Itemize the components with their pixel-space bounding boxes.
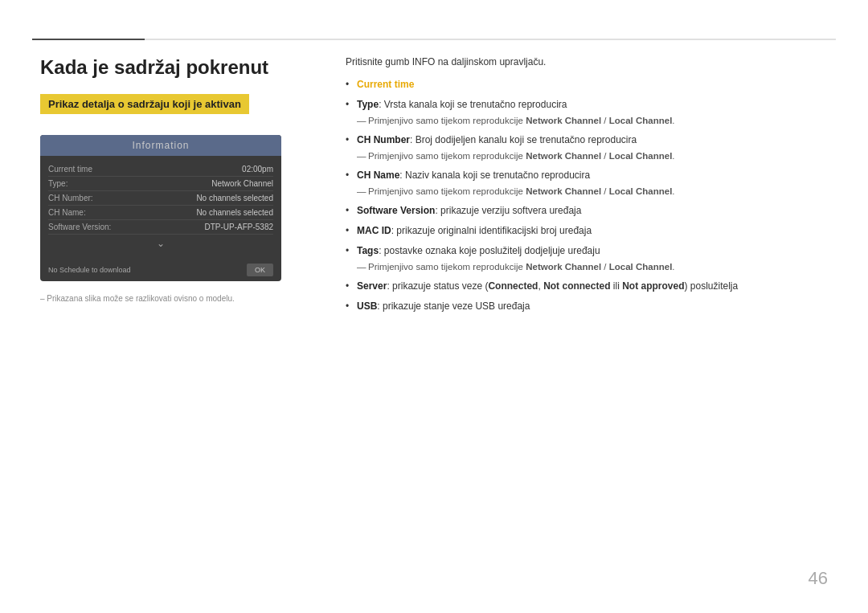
screen-value-software-version: DTP-UP-AFP-5382 [204, 223, 273, 231]
list-item-usb: USB: prikazuje stanje veze USB uređaja [346, 299, 828, 313]
local-channel-ref2: Local Channel [609, 151, 673, 161]
screen-value-current-time: 02:00pm [242, 165, 273, 174]
term-mac-id: MAC ID [357, 225, 391, 236]
term-software-version: Software Version [357, 205, 435, 216]
screen-label-type: Type: [48, 179, 68, 188]
screen-footer-text: No Schedule to download [48, 266, 131, 274]
list-item-server: Server: prikazuje status veze (Connected… [346, 279, 828, 293]
term-ch-name: CH Name [357, 170, 399, 181]
connected-status: Connected [488, 280, 538, 292]
term-type: Type [357, 99, 379, 110]
network-channel-ref4: Network Channel [526, 262, 601, 272]
image-caption: – Prikazana slika može se razlikovati ov… [40, 294, 313, 303]
term-server: Server [357, 280, 387, 292]
list-item-ch-name: CH Name: Naziv kanala koji se trenutačno… [346, 168, 828, 198]
page-title: Kada je sadržaj pokrenut [40, 56, 313, 80]
desc-software-version: : prikazuje verziju softvera uređaja [435, 205, 581, 216]
not-approved-status: Not approved [622, 280, 684, 292]
list-item-type: Type: Vrsta kanala koji se trenutačno re… [346, 97, 828, 127]
term-usb: USB [357, 300, 377, 312]
desc-type: : Vrsta kanala koji se trenutačno reprod… [379, 99, 567, 110]
desc-tags: : postavke oznaka koje poslužitelj dodje… [379, 245, 600, 256]
screen-row-type: Type: Network Channel [48, 177, 273, 191]
sub-type: Primjenjivo samo tijekom reprodukcije Ne… [357, 114, 828, 127]
desc-usb: : prikazuje stanje veze USB uređaja [377, 300, 530, 312]
screen-header: Information [40, 135, 281, 156]
sub-tags: Primjenjivo samo tijekom reprodukcije Ne… [357, 260, 828, 273]
screen-value-ch-number: No channels selected [196, 194, 273, 202]
screen-value-ch-name: No channels selected [196, 208, 273, 217]
screen-row-ch-name: CH Name: No channels selected [48, 206, 273, 220]
network-channel-ref3: Network Channel [526, 186, 601, 196]
screen-label-ch-number: CH Number: [48, 194, 93, 202]
screen-label-software-version: Software Version: [48, 223, 111, 231]
screen-label-ch-name: CH Name: [48, 208, 86, 217]
list-item-ch-number: CH Number: Broj dodijeljen kanalu koji s… [346, 133, 828, 162]
term-ch-number: CH Number [357, 134, 410, 145]
not-connected-status: Not connected [543, 280, 610, 292]
intro-text: Pritisnite gumb INFO na daljinskom uprav… [346, 56, 828, 67]
top-decorative-line [32, 39, 836, 40]
screen-mockup: Information Current time 02:00pm Type: N… [40, 135, 281, 281]
list-item-current-time: Current time [346, 77, 828, 92]
network-channel-ref2: Network Channel [526, 151, 601, 161]
screen-label-current-time: Current time [48, 165, 92, 174]
section-highlight: Prikaz detalja o sadržaju koji je aktiva… [40, 94, 249, 114]
sub-ch-name: Primjenjivo samo tijekom reprodukcije Ne… [357, 185, 828, 198]
screen-body: Current time 02:00pm Type: Network Chann… [40, 156, 281, 259]
screen-row-current-time: Current time 02:00pm [48, 162, 273, 177]
screen-footer: No Schedule to download OK [40, 259, 281, 281]
sub-ch-number: Primjenjivo samo tijekom reprodukcije Ne… [357, 149, 828, 162]
screen-row-ch-number: CH Number: No channels selected [48, 191, 273, 206]
desc-ch-number: : Broj dodijeljen kanalu koji se trenuta… [410, 134, 637, 145]
term-current-time: Current time [357, 79, 414, 90]
list-item-tags: Tags: postavke oznaka koje poslužitelj d… [346, 243, 828, 273]
screen-row-software-version: Software Version: DTP-UP-AFP-5382 [48, 220, 273, 235]
feature-list: Current time Type: Vrsta kanala koji se … [346, 77, 828, 313]
page-number: 46 [809, 568, 828, 589]
local-channel-ref4: Local Channel [609, 262, 673, 272]
screen-value-type: Network Channel [211, 179, 273, 188]
local-channel-ref3: Local Channel [609, 186, 673, 196]
right-column: Pritisnite gumb INFO na daljinskom uprav… [346, 56, 828, 319]
list-item-software-version: Software Version: prikazuje verziju soft… [346, 203, 828, 218]
local-channel-ref: Local Channel [609, 116, 673, 125]
network-channel-ref: Network Channel [526, 116, 601, 125]
screen-ok-button[interactable]: OK [247, 264, 273, 276]
left-column: Kada je sadržaj pokrenut Prikaz detalja … [40, 56, 313, 303]
desc-ch-name: : Naziv kanala koji se trenutačno reprod… [399, 170, 590, 181]
list-item-mac-id: MAC ID: prikazuje originalni identifikac… [346, 223, 828, 238]
desc-server: : prikazuje status veze (Connected, Not … [387, 280, 738, 292]
screen-chevron-icon: ⌄ [48, 235, 273, 252]
desc-mac-id: : prikazuje originalni identifikacijski … [391, 225, 592, 236]
term-tags: Tags [357, 245, 379, 256]
